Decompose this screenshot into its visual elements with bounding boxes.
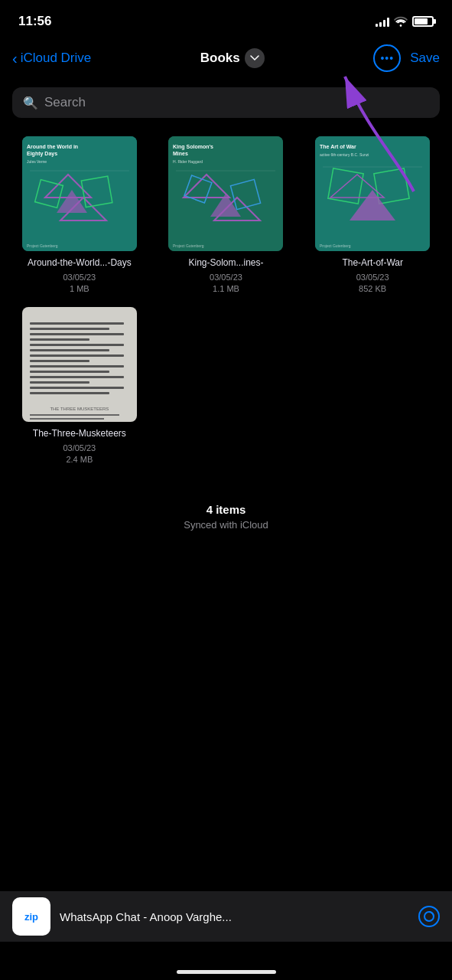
more-options-button[interactable]: •••	[373, 44, 401, 72]
battery-icon	[412, 16, 434, 27]
nav-title: Books	[200, 51, 240, 66]
search-input[interactable]: Search	[44, 95, 86, 110]
bottom-file-bar: zip WhatsApp Chat - Anoop Varghe...	[0, 891, 452, 942]
file-name: The-Art-of-War	[342, 257, 403, 270]
file-size: 852 KB	[359, 283, 386, 295]
downloading-file-name: WhatsApp Chat - Anoop Varghe...	[60, 910, 409, 923]
status-bar: 11:56	[0, 0, 452, 38]
title-dropdown-button[interactable]	[245, 48, 265, 68]
file-name: King-Solom...ines-	[188, 257, 263, 270]
files-grid-row1: Around the World in Eighty Days Jules Ve…	[0, 130, 452, 301]
file-size: 1.1 MB	[213, 283, 239, 295]
svg-text:active 6th-century B.C. Sunzi: active 6th-century B.C. Sunzi	[320, 152, 369, 157]
file-name: Around-the-World...-Days	[28, 257, 132, 270]
file-cover: King Solomon's Mines H. Rider Haggard Pr…	[168, 136, 283, 251]
signal-icon	[376, 16, 389, 27]
svg-text:Around the World in: Around the World in	[27, 144, 78, 149]
download-progress-icon[interactable]	[418, 906, 440, 927]
status-icons	[376, 16, 434, 27]
svg-text:Project Gutenberg: Project Gutenberg	[320, 243, 351, 248]
wifi-icon	[394, 16, 408, 27]
file-item[interactable]: THE THREE MUSKETEERS The-Three-Musketeer…	[12, 307, 147, 466]
file-item[interactable]: King Solomon's Mines H. Rider Haggard Pr…	[159, 136, 294, 295]
back-button[interactable]: ‹ iCloud Drive	[12, 50, 91, 67]
progress-circle-icon	[423, 910, 435, 923]
back-chevron-icon: ‹	[12, 50, 18, 67]
file-name: The-Three-Musketeers	[33, 428, 126, 440]
search-bar[interactable]: 🔍 Search	[12, 87, 440, 118]
file-item[interactable]: Around the World in Eighty Days Jules Ve…	[12, 136, 147, 295]
save-button[interactable]: Save	[410, 51, 440, 66]
ellipsis-icon: •••	[380, 52, 394, 64]
footer-info: 4 items Synced with iCloud	[0, 472, 452, 546]
files-grid-row2: THE THREE MUSKETEERS The-Three-Musketeer…	[0, 301, 452, 472]
zip-badge: zip	[12, 897, 50, 936]
svg-text:Mines: Mines	[173, 151, 188, 156]
file-item[interactable]: The Art of War active 6th-century B.C. S…	[305, 136, 440, 295]
items-count: 4 items	[12, 503, 440, 516]
file-cover: The Art of War active 6th-century B.C. S…	[315, 136, 430, 251]
nav-actions: ••• Save	[373, 44, 440, 72]
file-cover: Around the World in Eighty Days Jules Ve…	[22, 136, 137, 251]
svg-text:Jules Verne: Jules Verne	[27, 159, 47, 164]
svg-text:Project Gutenberg: Project Gutenberg	[173, 243, 204, 248]
nav-title-container: Books	[200, 48, 265, 68]
svg-text:Project Gutenberg: Project Gutenberg	[27, 243, 58, 248]
svg-text:H. Rider Haggard: H. Rider Haggard	[173, 159, 203, 164]
svg-text:King Solomon's: King Solomon's	[173, 144, 213, 150]
back-label: iCloud Drive	[21, 51, 92, 66]
search-container: 🔍 Search	[0, 81, 452, 130]
nav-bar: ‹ iCloud Drive Books ••• Save	[0, 38, 452, 81]
file-date: 03/05/23	[356, 272, 389, 283]
file-date: 03/05/23	[63, 443, 96, 454]
file-size: 1 MB	[70, 283, 89, 295]
file-size: 2.4 MB	[66, 454, 93, 466]
svg-text:Eighty Days: Eighty Days	[27, 151, 57, 157]
sync-status: Synced with iCloud	[12, 519, 440, 531]
file-date: 03/05/23	[63, 272, 96, 283]
status-time: 11:56	[18, 14, 51, 29]
chevron-down-icon	[250, 54, 259, 63]
file-date: 03/05/23	[210, 272, 242, 283]
svg-text:The Art of War: The Art of War	[320, 144, 356, 149]
file-cover: THE THREE MUSKETEERS	[22, 307, 137, 422]
document-preview: THE THREE MUSKETEERS	[22, 307, 137, 422]
search-icon: 🔍	[23, 96, 38, 110]
home-indicator	[177, 970, 276, 974]
